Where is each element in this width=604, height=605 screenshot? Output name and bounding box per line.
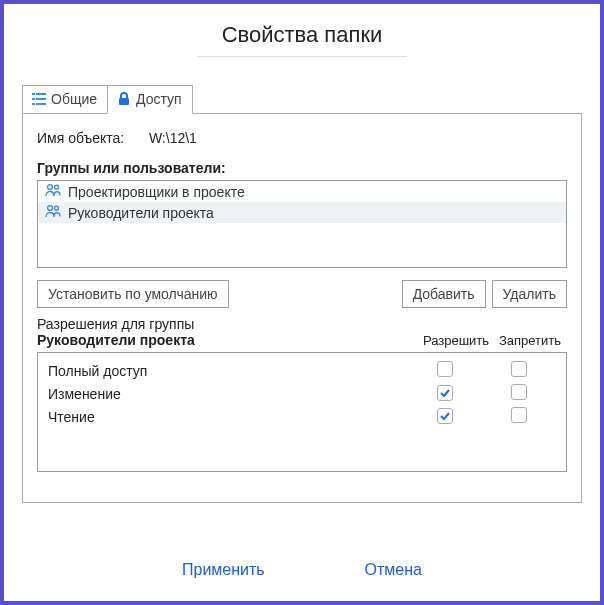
object-name-row: Имя объекта: W:\12\1 xyxy=(37,130,567,146)
remove-button[interactable]: Удалить xyxy=(492,280,567,308)
svg-point-10 xyxy=(55,206,59,210)
list-item-label: Проектировщики в проекте xyxy=(68,184,245,200)
object-name-label: Имя объекта: xyxy=(37,130,145,146)
permission-name: Чтение xyxy=(48,409,408,425)
allow-checkbox[interactable] xyxy=(437,361,453,377)
object-name-value: W:\12\1 xyxy=(149,130,197,146)
set-default-button[interactable]: Установить по умолчанию xyxy=(37,280,229,308)
svg-rect-1 xyxy=(36,93,46,95)
tab-general[interactable]: Общие xyxy=(22,85,108,114)
allow-checkbox[interactable] xyxy=(437,385,453,401)
allow-checkbox[interactable] xyxy=(437,408,453,424)
cancel-button[interactable]: Отмена xyxy=(365,561,422,578)
groups-listbox[interactable]: Проектировщики в проектеРуководители про… xyxy=(37,180,567,268)
list-item-label: Руководители проекта xyxy=(68,205,214,221)
permission-row: Изменение xyxy=(38,382,566,405)
permission-name: Полный доступ xyxy=(48,363,408,379)
groups-label: Группы или пользователи: xyxy=(37,160,567,176)
permission-row: Чтение xyxy=(38,405,566,428)
dialog-window: Свойства папки Общие Доступ Имя объекта:… xyxy=(0,0,604,605)
tab-strip: Общие Доступ xyxy=(22,85,582,114)
permission-row: Полный доступ xyxy=(38,359,566,382)
dialog-footer: Применить Отмена xyxy=(4,561,600,579)
dialog-title: Свойства папки xyxy=(222,22,383,56)
svg-rect-3 xyxy=(36,98,46,100)
permissions-list: Полный доступИзменениеЧтение xyxy=(37,352,567,472)
deny-checkbox[interactable] xyxy=(511,407,527,423)
add-button[interactable]: Добавить xyxy=(402,280,486,308)
tab-access[interactable]: Доступ xyxy=(107,85,193,114)
list-item[interactable]: Проектировщики в проекте xyxy=(38,181,566,202)
svg-rect-6 xyxy=(119,98,129,105)
tab-access-label: Доступ xyxy=(136,91,182,107)
deny-checkbox[interactable] xyxy=(511,384,527,400)
list-icon xyxy=(31,91,47,107)
permissions-label: Разрешения для группы xyxy=(37,316,567,332)
column-allow: Разрешить xyxy=(419,333,493,348)
tab-panel-access: Имя объекта: W:\12\1 Группы или пользова… xyxy=(22,113,582,503)
lock-icon xyxy=(116,91,132,107)
apply-button[interactable]: Применить xyxy=(182,561,265,578)
title-underline xyxy=(197,56,407,57)
svg-rect-0 xyxy=(32,93,35,95)
column-deny: Запретить xyxy=(493,333,567,348)
tab-general-label: Общие xyxy=(51,91,97,107)
permission-name: Изменение xyxy=(48,386,408,402)
svg-rect-5 xyxy=(36,103,46,105)
svg-point-8 xyxy=(55,185,59,189)
deny-checkbox[interactable] xyxy=(511,361,527,377)
selected-group-name: Руководители проекта xyxy=(37,332,419,348)
users-icon xyxy=(44,183,62,200)
users-icon xyxy=(44,204,62,221)
svg-rect-2 xyxy=(32,98,35,100)
svg-rect-4 xyxy=(32,103,35,105)
svg-point-9 xyxy=(48,206,53,211)
svg-point-7 xyxy=(48,185,53,190)
list-item[interactable]: Руководители проекта xyxy=(38,202,566,223)
